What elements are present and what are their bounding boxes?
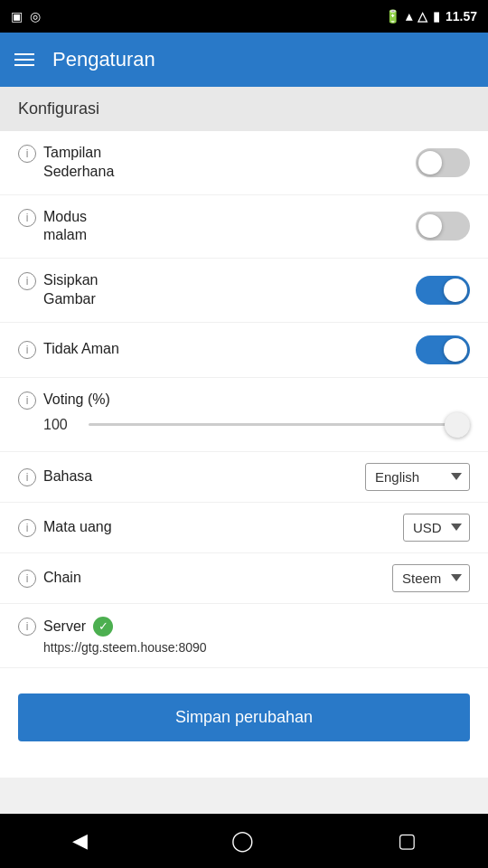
server-url: https://gtg.steem.house:8090	[18, 640, 470, 655]
tampilan-slider	[416, 148, 470, 177]
tampilan-toggle[interactable]	[416, 148, 470, 177]
mata-uang-info-icon[interactable]: i	[18, 519, 36, 537]
server-row: i Server ✓ https://gtg.steem.house:8090	[0, 604, 488, 668]
app-bar: Pengaturan	[0, 33, 488, 87]
voting-label: Voting (%)	[43, 391, 110, 410]
battery-icon: ▮	[433, 9, 440, 24]
tampilan-info-icon[interactable]: i	[18, 145, 36, 163]
modus-label-area: i Modusmalam	[18, 208, 416, 246]
tidak-toggle[interactable]	[416, 335, 470, 364]
mata-uang-select[interactable]: USD EUR IDR	[403, 514, 470, 542]
signal-icon: △	[418, 9, 427, 24]
back-icon[interactable]: ◀	[72, 829, 88, 853]
voting-label-area: i Voting (%)	[18, 391, 470, 410]
mata-uang-label: Mata uang	[43, 518, 112, 537]
mata-uang-row: i Mata uang USD EUR IDR	[0, 503, 488, 553]
sisipkan-label-area: i SisipkanGambar	[18, 271, 416, 309]
server-label: Server	[43, 618, 86, 635]
voting-value: 100	[43, 417, 78, 433]
bahasa-label-area: i Bahasa	[18, 467, 365, 486]
voting-slider[interactable]	[89, 423, 470, 426]
tampilan-sederhana-row: i TampilanSederhana	[0, 131, 488, 195]
chain-info-icon[interactable]: i	[18, 570, 36, 588]
voting-slider-area: 100	[18, 417, 470, 433]
tidak-slider	[416, 335, 470, 364]
bahasa-row: i Bahasa English Indonesian Spanish	[0, 452, 488, 503]
wifi-icon: ▴	[406, 9, 412, 24]
tidak-info-icon[interactable]: i	[18, 341, 36, 359]
chain-label-area: i Chain	[18, 569, 392, 588]
bb-icon: ▣	[11, 9, 23, 24]
bahasa-select[interactable]: English Indonesian Spanish	[365, 463, 470, 491]
tampilan-label: TampilanSederhana	[43, 144, 114, 182]
status-bar: ▣ ◎ 🔋 ▴ △ ▮ 11.57	[0, 0, 488, 33]
tidak-label-area: i Tidak Aman	[18, 340, 416, 359]
content: Konfigurasi i TampilanSederhana i Modusm…	[0, 87, 488, 778]
home-icon[interactable]: ◯	[231, 829, 254, 853]
bottom-nav: ◀ ◯ ▢	[0, 814, 488, 868]
tidak-label: Tidak Aman	[43, 340, 119, 359]
tampilan-label-area: i TampilanSederhana	[18, 144, 416, 182]
recent-icon[interactable]: ▢	[398, 829, 417, 853]
modus-malam-row: i Modusmalam	[0, 195, 488, 259]
sisipkan-gambar-row: i SisipkanGambar	[0, 259, 488, 323]
chain-row: i Chain Steem Hive	[0, 553, 488, 604]
status-bar-left: ▣ ◎	[11, 9, 41, 24]
sisipkan-toggle[interactable]	[416, 276, 470, 305]
mata-uang-label-area: i Mata uang	[18, 518, 403, 537]
modus-info-icon[interactable]: i	[18, 209, 36, 227]
server-top: i Server ✓	[18, 617, 470, 637]
vibrate-icon: 🔋	[385, 9, 400, 24]
section-header: Konfigurasi	[0, 87, 488, 131]
modus-label: Modusmalam	[43, 208, 87, 246]
voting-row: i Voting (%) 100	[0, 378, 488, 452]
server-status-icon: ✓	[93, 617, 113, 637]
chain-select[interactable]: Steem Hive	[392, 564, 470, 592]
save-button[interactable]: Simpan perubahan	[18, 693, 470, 741]
bahasa-info-icon[interactable]: i	[18, 468, 36, 486]
status-bar-right: 🔋 ▴ △ ▮ 11.57	[385, 9, 477, 24]
modus-toggle[interactable]	[416, 212, 470, 241]
modus-slider	[416, 212, 470, 241]
server-info-icon[interactable]: i	[18, 618, 36, 636]
sisipkan-slider	[416, 276, 470, 305]
bahasa-label: Bahasa	[43, 467, 92, 486]
tidak-aman-row: i Tidak Aman	[0, 323, 488, 378]
page-title: Pengaturan	[52, 48, 155, 71]
hamburger-menu[interactable]	[14, 53, 34, 66]
chain-label: Chain	[43, 569, 81, 588]
clock: 11.57	[446, 9, 477, 24]
notification-icon: ◎	[30, 9, 41, 24]
sisipkan-info-icon[interactable]: i	[18, 272, 36, 290]
voting-info-icon[interactable]: i	[18, 392, 36, 410]
sisipkan-label: SisipkanGambar	[43, 271, 98, 309]
